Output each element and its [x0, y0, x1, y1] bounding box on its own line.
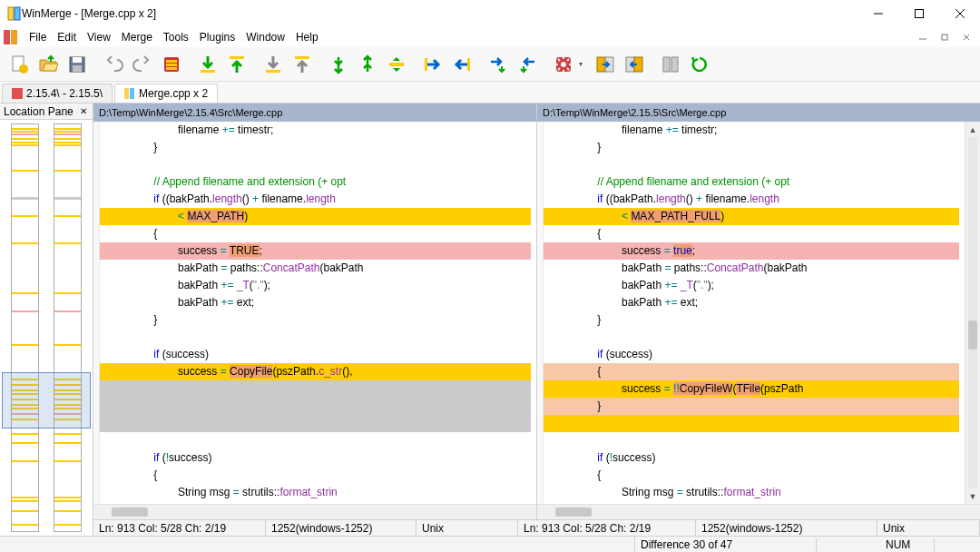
code-line[interactable]: { [544, 467, 959, 484]
code-line[interactable] [100, 380, 531, 398]
right-code[interactable]: filename += timestr; } // Append filenam… [544, 122, 959, 504]
menu-window[interactable]: Window [240, 31, 290, 44]
code-line[interactable]: if (!success) [100, 449, 531, 467]
menu-edit[interactable]: Edit [52, 31, 82, 44]
mdi-restore-button[interactable] [936, 31, 954, 44]
all-right-button[interactable] [592, 51, 619, 78]
close-button[interactable] [939, 0, 980, 27]
left-path[interactable]: D:\Temp\WinMerge\2.15.4\Src\Merge.cpp [93, 104, 536, 122]
menu-file[interactable]: File [24, 31, 52, 44]
code-line[interactable]: if ((bakPath.length() + filename.length [100, 191, 531, 208]
copy-right-button[interactable] [419, 51, 446, 78]
code-line[interactable] [100, 398, 531, 415]
open-button[interactable] [34, 51, 62, 78]
first-diff-button[interactable] [354, 51, 381, 78]
code-line[interactable]: if (success) [100, 346, 531, 363]
hscroll-left[interactable] [93, 504, 536, 519]
code-line[interactable] [544, 329, 959, 346]
code-line[interactable]: } [100, 311, 531, 329]
prev-diff-alt-button[interactable] [289, 51, 316, 78]
code-line[interactable]: // Append filename and extension (+ opt [544, 173, 959, 191]
code-line[interactable]: { [544, 363, 959, 380]
mdi-minimize-button[interactable] [914, 31, 932, 44]
scroll-up-icon[interactable]: ▲ [965, 122, 980, 137]
code-line[interactable] [100, 415, 531, 432]
location-strip-right[interactable] [54, 123, 82, 532]
code-line[interactable]: { [100, 225, 531, 242]
code-line[interactable] [544, 156, 959, 173]
location-pane-body[interactable] [0, 120, 93, 536]
code-line[interactable]: success = CopyFile(pszPath.c_str(), [100, 363, 531, 380]
code-line[interactable]: success = !!CopyFileW(TFile(pszPath [544, 380, 959, 398]
tab-merge[interactable]: Merge.cpp x 2 [114, 84, 218, 103]
all-left-button[interactable] [621, 51, 648, 78]
maximize-button[interactable] [898, 0, 939, 27]
code-line[interactable] [100, 432, 531, 449]
mdi-close-button[interactable] [957, 31, 975, 44]
tab-folders[interactable]: 2.15.4\ - 2.15.5\ [2, 84, 113, 103]
code-line[interactable] [100, 156, 531, 173]
code-line[interactable]: if ((bakPath.length() + filename.length [544, 191, 959, 208]
code-line[interactable]: success = true; [544, 242, 959, 260]
options-button[interactable] [550, 51, 577, 78]
code-line[interactable]: < MAX_PATH) [100, 208, 531, 225]
svg-rect-20 [166, 67, 177, 70]
code-line[interactable]: < MAX_PATH_FULL) [544, 208, 959, 225]
code-line[interactable]: { [100, 467, 531, 484]
copy-left-next-button[interactable] [514, 51, 541, 78]
location-strip-left[interactable] [11, 123, 39, 532]
scroll-thumb[interactable] [968, 320, 977, 350]
location-pane-title: Location Pane [4, 105, 74, 118]
swap-button[interactable] [657, 51, 684, 78]
code-line[interactable]: success = TRUE; [100, 242, 531, 260]
menu-help[interactable]: Help [290, 31, 324, 44]
right-path[interactable]: D:\Temp\WinMerge\2.15.5\Src\Merge.cpp [537, 104, 980, 122]
file-compare-icon [124, 88, 135, 99]
code-line[interactable]: bakPath = paths::ConcatPath(bakPath [100, 260, 531, 277]
code-line[interactable]: bakPath += _T("."); [100, 277, 531, 294]
menu-view[interactable]: View [82, 31, 116, 44]
code-line[interactable]: } [544, 311, 959, 329]
close-icon[interactable]: ✕ [78, 106, 89, 117]
code-line[interactable]: bakPath += ext; [100, 294, 531, 311]
code-line[interactable]: filename += timestr; [544, 122, 959, 139]
code-line[interactable]: bakPath += _T("."); [544, 277, 959, 294]
menu-merge[interactable]: Merge [116, 31, 158, 44]
code-line[interactable] [544, 432, 959, 449]
code-line[interactable]: filename += timestr; [100, 122, 531, 139]
refresh-button[interactable] [686, 51, 713, 78]
prev-diff-button[interactable] [223, 51, 250, 78]
code-line[interactable] [544, 415, 959, 432]
undo-button[interactable] [100, 51, 127, 78]
code-line[interactable]: { [544, 225, 959, 242]
code-line[interactable]: } [544, 398, 959, 415]
menu-plugins[interactable]: Plugins [194, 31, 240, 44]
code-line[interactable]: String msg = strutils::format_strin [544, 484, 959, 501]
code-line[interactable]: bakPath = paths::ConcatPath(bakPath [544, 260, 959, 277]
code-line[interactable]: if (success) [544, 346, 959, 363]
pane-status: Ln: 913 Col: 5/28 Ch: 2/19 1252(windows-… [93, 519, 980, 536]
copy-right-next-button[interactable] [485, 51, 512, 78]
code-line[interactable]: if (!success) [544, 449, 959, 467]
code-line[interactable]: } [100, 139, 531, 156]
code-line[interactable]: String msg = strutils::format_strin [100, 484, 531, 501]
copy-left-button[interactable] [448, 51, 475, 78]
left-code[interactable]: filename += timestr; } // Append filenam… [100, 122, 531, 504]
redo-button[interactable] [129, 51, 156, 78]
code-line[interactable]: // Append filename and extension (+ opt [100, 173, 531, 191]
hscroll-right[interactable] [537, 504, 980, 519]
clipboard-button[interactable] [158, 51, 185, 78]
scroll-down-icon[interactable]: ▼ [965, 488, 980, 504]
last-diff-button[interactable] [325, 51, 352, 78]
vscroll[interactable]: ▲ ▼ [965, 122, 980, 504]
code-line[interactable] [100, 329, 531, 346]
code-line[interactable]: bakPath += ext; [544, 294, 959, 311]
current-diff-button[interactable] [383, 51, 410, 78]
new-button[interactable] [5, 51, 33, 78]
minimize-button[interactable] [858, 0, 898, 27]
save-button[interactable] [64, 51, 91, 78]
next-diff-button[interactable] [194, 51, 221, 78]
menu-tools[interactable]: Tools [158, 31, 194, 44]
code-line[interactable]: } [544, 139, 959, 156]
next-diff-alt-button[interactable] [260, 51, 287, 78]
